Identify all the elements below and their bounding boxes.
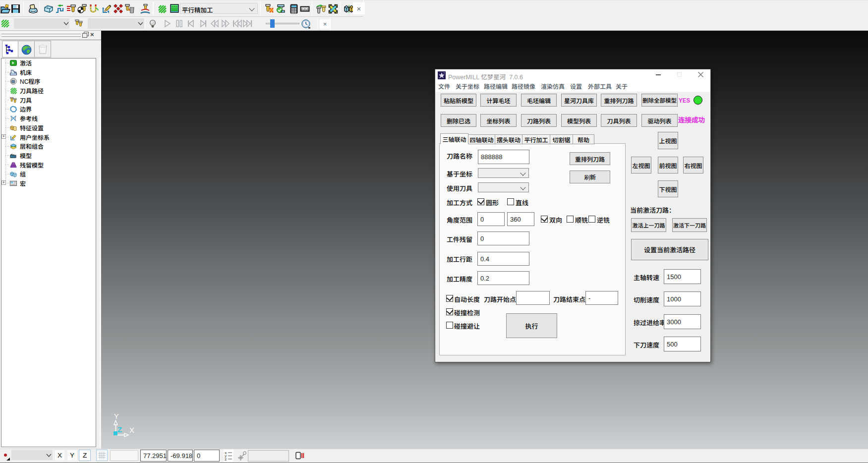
svg-text:Y: Y (114, 412, 119, 420)
svg-text:z: z (225, 458, 227, 461)
svg-text:Z: Z (117, 425, 122, 434)
svg-text:X: X (129, 426, 134, 434)
